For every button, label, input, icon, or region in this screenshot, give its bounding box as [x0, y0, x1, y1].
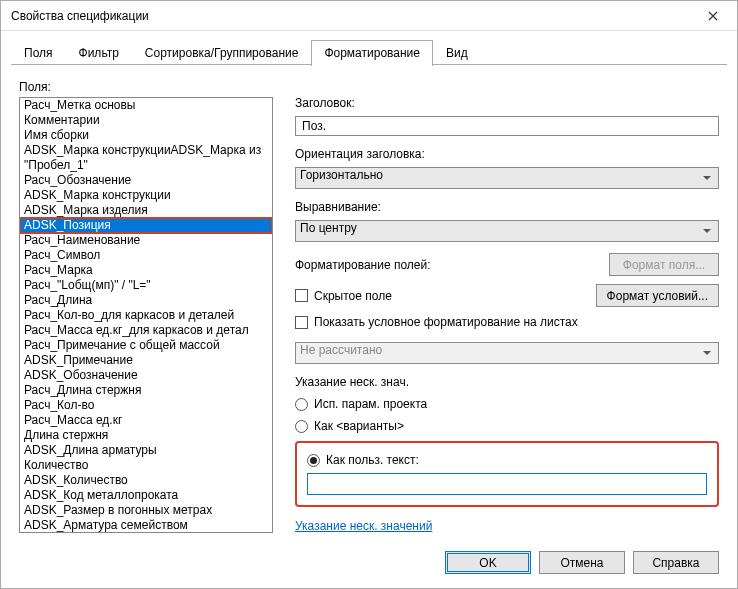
- list-item[interactable]: ADSK_Арматура семейством: [20, 518, 272, 533]
- dialog-footer: OK Отмена Справка: [1, 541, 737, 588]
- show-conditional-checkbox[interactable]: [295, 316, 308, 329]
- list-item[interactable]: ADSK_Марка конструкции: [20, 188, 272, 203]
- radio-project-params[interactable]: [295, 398, 308, 411]
- list-item[interactable]: Длина стержня: [20, 428, 272, 443]
- list-item[interactable]: ADSK_Обозначение: [20, 368, 272, 383]
- close-icon: [708, 11, 718, 21]
- list-item[interactable]: Расч_Наименование: [20, 233, 272, 248]
- help-button[interactable]: Справка: [633, 551, 719, 574]
- heading-label: Заголовок:: [295, 96, 719, 110]
- radio-variants-label: Как <варианты>: [314, 419, 404, 433]
- titlebar: Свойства спецификации: [1, 1, 737, 31]
- list-item[interactable]: Расч_Символ: [20, 248, 272, 263]
- fields-panel: Поля: Расч_Метка основыКомментарииИмя сб…: [19, 80, 273, 533]
- list-item[interactable]: ADSK_Марка изделия: [20, 203, 272, 218]
- list-item[interactable]: Расч_Кол-во: [20, 398, 272, 413]
- tab-filter[interactable]: Фильтр: [66, 40, 132, 66]
- orientation-select[interactable]: Горизонтально: [295, 167, 719, 189]
- list-item[interactable]: Расч_Масса ед.кг_для каркасов и детал: [20, 323, 272, 338]
- list-item[interactable]: ADSK_Количество: [20, 473, 272, 488]
- list-item[interactable]: "Пробел_1": [20, 158, 272, 173]
- custom-text-input[interactable]: [307, 473, 707, 495]
- dialog-window: Свойства спецификации Поля Фильтр Сортир…: [0, 0, 738, 589]
- list-item[interactable]: ADSK_Размер в погонных метрах: [20, 503, 272, 518]
- list-item[interactable]: Комментарии: [20, 113, 272, 128]
- orientation-label: Ориентация заголовка:: [295, 147, 719, 161]
- close-button[interactable]: [693, 2, 733, 30]
- show-conditional-label: Показать условное форматирование на лист…: [314, 315, 578, 329]
- list-item[interactable]: Расч_Примечание с общей массой: [20, 338, 272, 353]
- list-item[interactable]: Расч_Кол-во_для каркасов и деталей: [20, 308, 272, 323]
- heading-input[interactable]: [295, 116, 719, 136]
- radio-project-params-label: Исп. парам. проекта: [314, 397, 427, 411]
- list-item[interactable]: ADSK_Примечание: [20, 353, 272, 368]
- list-item[interactable]: Имя сборки: [20, 128, 272, 143]
- calculation-select: Не рассчитано: [295, 342, 719, 364]
- list-item[interactable]: ADSK_Позиция: [20, 218, 272, 233]
- list-item[interactable]: Расч_Марка: [20, 263, 272, 278]
- formatting-panel: Заголовок: Ориентация заголовка: Горизон…: [295, 80, 719, 533]
- content-area: Поля: Расч_Метка основыКомментарииИмя сб…: [1, 66, 737, 541]
- tab-sorting[interactable]: Сортировка/Группирование: [132, 40, 312, 66]
- list-item[interactable]: Расч_"Lобщ(мп)" / "L=": [20, 278, 272, 293]
- list-item[interactable]: Расч_Метка основы: [20, 98, 272, 113]
- tab-fields[interactable]: Поля: [11, 40, 66, 66]
- list-item[interactable]: Расч_Обозначение: [20, 173, 272, 188]
- radio-custom-text[interactable]: [307, 454, 320, 467]
- hidden-field-checkbox[interactable]: [295, 289, 308, 302]
- ok-button[interactable]: OK: [445, 551, 531, 574]
- list-item[interactable]: Расч_Длина: [20, 293, 272, 308]
- fields-listbox[interactable]: Расч_Метка основыКомментарииИмя сборкиAD…: [19, 97, 273, 533]
- radio-custom-text-label: Как польз. текст:: [326, 453, 419, 467]
- hidden-field-label: Скрытое поле: [314, 289, 392, 303]
- field-formatting-label: Форматирование полей:: [295, 258, 431, 272]
- list-item[interactable]: Количество: [20, 458, 272, 473]
- format-conditions-button[interactable]: Формат условий...: [596, 284, 719, 307]
- list-item[interactable]: ADSK_Марка конструкцииADSK_Марка из: [20, 143, 272, 158]
- custom-text-group: Как польз. текст:: [295, 441, 719, 507]
- tab-formatting[interactable]: Форматирование: [311, 40, 433, 66]
- tab-view[interactable]: Вид: [433, 40, 481, 66]
- list-item[interactable]: ADSK_Длина арматуры: [20, 443, 272, 458]
- multi-value-label: Указание неск. знач.: [295, 375, 719, 389]
- tab-strip: Поля Фильтр Сортировка/Группирование Фор…: [1, 31, 737, 65]
- window-title: Свойства спецификации: [11, 9, 693, 23]
- list-item[interactable]: Расч_Длина стержня: [20, 383, 272, 398]
- alignment-label: Выравнивание:: [295, 200, 719, 214]
- alignment-select[interactable]: По центру: [295, 220, 719, 242]
- multi-value-link[interactable]: Указание неск. значений: [295, 519, 719, 533]
- cancel-button[interactable]: Отмена: [539, 551, 625, 574]
- list-item[interactable]: ADSK_Код металлопроката: [20, 488, 272, 503]
- list-item[interactable]: Расч_Масса ед.кг: [20, 413, 272, 428]
- fields-label: Поля:: [19, 80, 273, 94]
- format-field-button: Формат поля...: [609, 253, 719, 276]
- radio-variants[interactable]: [295, 420, 308, 433]
